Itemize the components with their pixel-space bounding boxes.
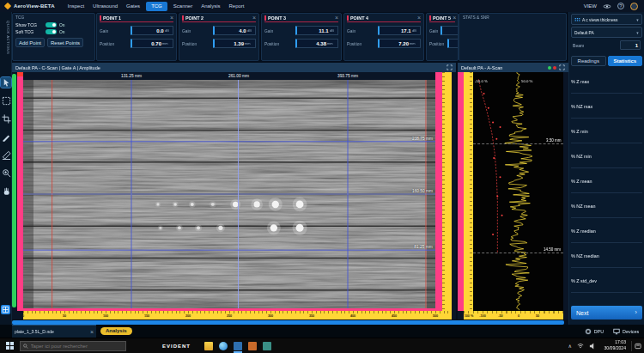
expand-icon[interactable] — [447, 64, 453, 70]
reading-item[interactable]: % Z mean — [571, 168, 642, 193]
ascan-plot[interactable]: -50.0 % 50.0 % 3.50 mm14.50 mm — [472, 72, 563, 311]
file-tab[interactable]: plate_1_3.5L_D.nde × — [12, 325, 96, 338]
cscan-image[interactable]: 238.75 mm160.50 mm81.25 mm — [23, 80, 435, 308]
menu-inspect[interactable]: Inspect — [64, 0, 88, 12]
cscan-horizontal-ruler[interactable]: 050100150200250300350400450500 — [23, 311, 452, 320]
select-tool-icon[interactable] — [1, 95, 11, 106]
close-icon[interactable]: × — [90, 329, 94, 335]
expand-icon[interactable] — [559, 64, 565, 70]
avatar[interactable] — [630, 3, 638, 10]
beam-value[interactable]: 1 — [620, 40, 641, 50]
soft-tcg-toggle[interactable] — [46, 29, 57, 34]
tcg-panel-title: TCG — [15, 15, 76, 20]
crop-tool-icon[interactable] — [1, 113, 11, 124]
soft-tcg-state: On — [59, 30, 64, 34]
index-axis-cursor-label: 81.25 mm — [415, 245, 433, 249]
notification-icon[interactable] — [631, 341, 641, 351]
point-panel-1: POINT 1×Gain0.0dBPosition0.70mm — [96, 13, 177, 61]
layout-icon[interactable] — [1, 305, 10, 314]
ascan-horizontal-ruler[interactable]: 100 %-100-50050 — [464, 311, 563, 320]
taskbar-search[interactable] — [20, 341, 126, 351]
help-icon[interactable]: ? — [617, 3, 624, 9]
draw-tool-icon[interactable] — [1, 131, 11, 142]
menu-report[interactable]: Report — [225, 0, 249, 12]
ascan-vertical-ruler[interactable] — [464, 72, 472, 311]
reading-item[interactable]: % Z min — [571, 119, 642, 143]
position-field[interactable]: 0.70mm — [131, 39, 173, 48]
reading-item[interactable]: % Z median — [571, 218, 642, 243]
reset-points-button[interactable]: Reset Points — [47, 38, 83, 47]
close-icon[interactable]: × — [417, 15, 421, 21]
right-sidebar: A c views thickness ▾ Default PA ▾ Beam … — [568, 12, 644, 325]
stats-snr-panel: STATS & SNR — [459, 13, 567, 61]
show-tcg-toggle[interactable] — [46, 22, 57, 27]
close-icon[interactable]: × — [335, 15, 338, 21]
point-title: POINT 2 — [185, 15, 204, 20]
menu-tcg[interactable]: TCG — [146, 2, 167, 11]
app-icon[interactable] — [248, 342, 257, 350]
position-field[interactable]: 4.38mm — [295, 39, 338, 48]
gain-field[interactable]: 11.1dB — [295, 26, 338, 35]
wifi-icon[interactable] — [577, 343, 584, 349]
reading-item[interactable]: % Z max — [571, 69, 642, 94]
close-icon[interactable]: × — [170, 15, 173, 21]
view-mode-select[interactable]: A c views thickness ▾ — [571, 14, 642, 25]
reading-item[interactable]: % Z std_dev — [571, 268, 642, 293]
pa-select[interactable]: Default PA ▾ — [571, 27, 642, 38]
file-explorer-icon[interactable] — [204, 342, 213, 350]
zoom-tool-icon[interactable] — [1, 167, 11, 178]
grid-icon — [574, 17, 580, 22]
evident-logo: EVIDENT — [162, 344, 191, 349]
add-point-button[interactable]: Add Point — [15, 38, 45, 47]
ascan-view[interactable]: -50.0 % 50.0 % 3.50 mm14.50 mm 100 %-100… — [458, 72, 568, 320]
dpu-button[interactable]: DPU — [585, 328, 605, 335]
next-button-label: Next — [576, 310, 588, 316]
view-label: VIEW — [584, 3, 597, 9]
menu-analysis[interactable]: Analysis — [197, 0, 224, 12]
erase-tool-icon[interactable] — [1, 149, 11, 160]
position-field[interactable]: 7.20mm — [378, 39, 421, 48]
cscan-view[interactable]: 131.25 mm261.00 mm393.75 mm 238.75 mm160… — [12, 72, 456, 320]
tool-list — [0, 77, 12, 204]
eye-icon[interactable] — [603, 3, 611, 9]
reading-item[interactable]: % NZ median — [571, 243, 642, 268]
close-icon[interactable]: × — [252, 15, 256, 21]
position-label: Position — [182, 41, 197, 46]
reading-item[interactable]: % NZ max — [571, 94, 642, 119]
tab-readings[interactable]: Readings — [571, 56, 606, 66]
pan-tool-icon[interactable] — [1, 186, 11, 196]
next-button[interactable]: Next › — [571, 306, 642, 320]
reading-item[interactable]: % NZ mean — [571, 193, 642, 218]
cursor-tool-icon[interactable] — [1, 77, 11, 88]
view-mode-value: A c views thickness — [582, 17, 617, 21]
gain-field[interactable]: 4.0dB — [213, 26, 256, 35]
cscan-header: Default PA - C-Scan | Gate A | Amplitude — [12, 63, 456, 72]
gain-field[interactable]: 0.0dB — [131, 26, 173, 35]
menu-ultrasound[interactable]: Ultrasound — [88, 0, 122, 12]
menu-gates[interactable]: Gates — [122, 0, 144, 12]
volume-icon[interactable] — [589, 343, 595, 350]
windows-start-icon[interactable] — [6, 342, 14, 350]
cscan-vertical-ruler[interactable] — [442, 72, 452, 311]
tab-statistics[interactable]: Statistics — [608, 56, 643, 66]
search-input[interactable] — [31, 344, 123, 349]
browser-icon[interactable] — [219, 342, 228, 350]
aeroview-app-icon[interactable] — [234, 342, 242, 350]
taskbar-clock[interactable]: 17:03 30/09/2024 — [604, 340, 626, 351]
chevron-right-icon: › — [635, 309, 637, 316]
position-field[interactable] — [447, 39, 459, 48]
devices-button[interactable]: Devices — [613, 328, 640, 335]
gain-field[interactable]: 17.1dB — [378, 26, 421, 35]
app-icon[interactable] — [263, 342, 271, 350]
tray-chevron-icon[interactable]: ∧ — [568, 344, 572, 349]
point-accent — [264, 15, 266, 21]
point-panel-4: POINT 4×Gain17.1dBPosition7.20mm — [343, 13, 424, 61]
close-icon[interactable]: × — [453, 15, 456, 21]
gain-field[interactable] — [440, 26, 459, 35]
ruler-tick-label: 0 — [22, 314, 24, 318]
menu-scanner[interactable]: Scanner — [169, 0, 197, 12]
menubar: AeroView-BETA InspectUltrasoundGatesTCGS… — [0, 0, 644, 12]
position-field[interactable]: 1.39mm — [213, 39, 256, 48]
chevron-down-icon: ▾ — [636, 30, 638, 35]
reading-item[interactable]: % NZ min — [571, 143, 642, 168]
